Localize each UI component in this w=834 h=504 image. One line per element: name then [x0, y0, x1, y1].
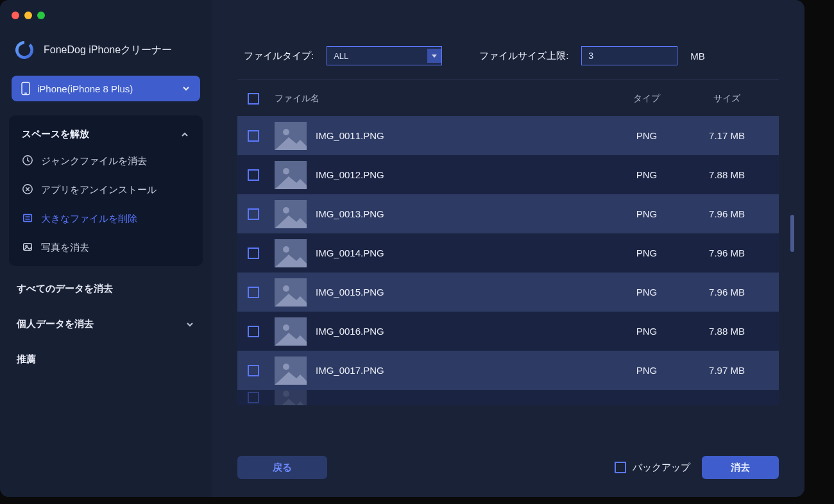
file-size: 7.96 MB	[685, 208, 769, 219]
maximize-window-button[interactable]	[37, 12, 45, 19]
file-size-value: 3	[588, 51, 593, 61]
file-type: PNG	[608, 326, 685, 337]
svg-rect-6	[24, 215, 32, 222]
image-thumbnail-icon	[275, 317, 307, 346]
svg-point-22	[283, 246, 289, 253]
sidebar-item-junk-files[interactable]: ジャンクファイルを消去	[9, 147, 203, 176]
sidebar-item-large-files[interactable]: 大きなファイルを削除	[9, 205, 203, 233]
chevron-down-icon	[181, 83, 191, 94]
table-row[interactable]: IMG_0016.PNGPNG7.88 MB	[237, 312, 779, 351]
sidebar-item-label: 個人データを消去	[17, 318, 94, 330]
file-size: 7.96 MB	[685, 287, 769, 298]
row-checkbox[interactable]	[248, 287, 259, 298]
row-checkbox[interactable]	[248, 392, 259, 403]
row-checkbox[interactable]	[248, 365, 259, 376]
file-size-limit-label: ファイルサイズ上限:	[479, 50, 568, 62]
file-table: ファイル名 タイプ サイズ IMG_0011.PNGPNG7.17 MBIMG_…	[237, 80, 779, 438]
sidebar-item-erase-all[interactable]: すべてのデータを消去	[0, 271, 212, 307]
backup-checkbox[interactable]	[615, 462, 626, 473]
table-row[interactable]: IMG_0014.PNGPNG7.96 MB	[237, 233, 779, 273]
file-size: 7.17 MB	[685, 130, 769, 141]
list-icon	[22, 212, 33, 226]
table-body: IMG_0011.PNGPNG7.17 MBIMG_0012.PNGPNG7.8…	[237, 116, 779, 405]
app-window: FoneDog iPhoneクリーナー iPhone(iPhone 8 Plus…	[0, 0, 804, 497]
backup-option[interactable]: バックアップ	[615, 462, 690, 474]
image-thumbnail-icon	[275, 161, 307, 189]
table-header: ファイル名 タイプ サイズ	[237, 80, 779, 116]
dropdown-arrow-icon	[427, 49, 441, 63]
column-header-size: サイズ	[685, 93, 769, 105]
device-label: iPhone(iPhone 8 Plus)	[37, 83, 133, 94]
file-type: PNG	[608, 130, 685, 141]
table-row[interactable]: IMG_0012.PNGPNG7.88 MB	[237, 155, 779, 194]
sidebar-item-label: 大きなファイルを削除	[41, 213, 137, 225]
svg-point-28	[283, 324, 289, 331]
table-row[interactable]: IMG_0015.PNGPNG7.96 MB	[237, 273, 779, 312]
svg-point-16	[283, 168, 289, 174]
svg-point-13	[283, 129, 289, 135]
file-name: IMG_0016.PNG	[316, 326, 608, 337]
backup-label: バックアップ	[633, 462, 690, 474]
table-row[interactable]: IMG_0011.PNGPNG7.17 MB	[237, 116, 779, 155]
sidebar: FoneDog iPhoneクリーナー iPhone(iPhone 8 Plus…	[0, 0, 212, 497]
file-name: IMG_0013.PNG	[316, 208, 608, 219]
image-thumbnail-icon	[275, 239, 307, 267]
chevron-up-icon	[180, 130, 190, 140]
erase-button[interactable]: 消去	[702, 456, 779, 479]
image-icon	[22, 241, 33, 255]
section-title: スペースを解放	[22, 128, 89, 140]
window-controls	[12, 12, 45, 19]
phone-icon	[21, 81, 31, 96]
device-selector[interactable]: iPhone(iPhone 8 Plus)	[12, 76, 200, 101]
section-header-free-space[interactable]: スペースを解放	[9, 124, 203, 147]
file-type-label: ファイルタイプ:	[244, 50, 314, 62]
back-button[interactable]: 戻る	[237, 456, 327, 479]
file-name: IMG_0014.PNG	[316, 248, 608, 258]
footer-bar: 戻る バックアップ 消去	[237, 438, 779, 479]
sidebar-item-uninstall-apps[interactable]: アプリをアンインストール	[9, 176, 203, 205]
file-size: 7.88 MB	[685, 169, 769, 180]
scrollbar-thumb[interactable]	[790, 215, 794, 252]
row-checkbox[interactable]	[248, 130, 259, 142]
image-thumbnail-icon	[275, 200, 307, 228]
table-row[interactable]	[237, 390, 779, 405]
file-size-limit-input[interactable]: 3	[581, 46, 677, 65]
row-checkbox[interactable]	[248, 326, 259, 337]
erase-button-label: 消去	[731, 462, 750, 474]
file-size-unit: MB	[690, 51, 705, 62]
file-size: 7.88 MB	[685, 326, 769, 337]
file-type: PNG	[608, 365, 685, 376]
file-size: 7.97 MB	[685, 365, 769, 376]
app-logo-icon	[14, 40, 35, 60]
sidebar-item-photos[interactable]: 写真を消去	[9, 233, 203, 262]
sidebar-item-label: すべてのデータを消去	[17, 283, 113, 295]
table-row[interactable]: IMG_0017.PNGPNG7.97 MB	[237, 351, 779, 390]
filter-bar: ファイルタイプ: ALL ファイルサイズ上限: 3 MB	[237, 46, 779, 72]
file-type: PNG	[608, 248, 685, 258]
minimize-window-button[interactable]	[24, 12, 32, 19]
file-name: IMG_0011.PNG	[316, 130, 608, 141]
sidebar-item-erase-private[interactable]: 個人データを消去	[0, 307, 212, 342]
image-thumbnail-icon	[275, 357, 307, 385]
svg-point-25	[283, 285, 289, 292]
row-checkbox[interactable]	[248, 169, 259, 181]
table-row[interactable]: IMG_0013.PNGPNG7.96 MB	[237, 194, 779, 233]
select-all-checkbox[interactable]	[248, 93, 259, 105]
file-type-select[interactable]: ALL	[327, 46, 442, 65]
back-button-label: 戻る	[273, 462, 292, 474]
row-checkbox[interactable]	[248, 208, 259, 220]
image-thumbnail-icon	[275, 278, 307, 307]
chevron-down-icon	[185, 319, 195, 330]
app-title: FoneDog iPhoneクリーナー	[44, 44, 172, 57]
sidebar-item-recommend[interactable]: 推薦	[0, 342, 212, 377]
svg-marker-11	[432, 55, 437, 58]
image-thumbnail-icon	[275, 390, 307, 405]
close-window-button[interactable]	[12, 12, 19, 19]
file-name: IMG_0015.PNG	[316, 287, 608, 298]
row-checkbox[interactable]	[248, 248, 259, 259]
file-type-value: ALL	[334, 51, 348, 61]
sidebar-item-label: 推薦	[17, 353, 36, 365]
sidebar-item-label: アプリをアンインストール	[41, 184, 157, 196]
sidebar-section-free-space: スペースを解放 ジャンクファイルを消去 アプリをアンインストール	[9, 115, 203, 266]
column-header-name: ファイル名	[275, 93, 608, 105]
